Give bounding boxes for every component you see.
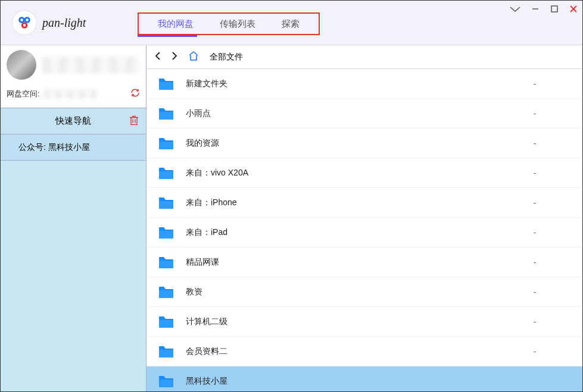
quick-nav-label: 快速导航 <box>55 115 91 127</box>
svg-point-5 <box>23 24 26 27</box>
file-name: 我的资源 <box>186 138 499 149</box>
svg-rect-10 <box>131 117 137 124</box>
file-name: 新建文件夹 <box>186 79 499 89</box>
file-row[interactable]: 来自：vivo X20A- <box>146 158 582 188</box>
file-name: 黑科技小屋 <box>186 376 499 387</box>
app-title: pan-light <box>42 16 86 30</box>
main-area: 网盘空间: 快速导航 公众号: 黑科技小屋 <box>1 45 582 391</box>
file-row[interactable]: 我的资源- <box>146 128 582 158</box>
logo-wrap: pan-light <box>1 11 86 35</box>
tabs-highlight-box: 我的网盘 传输列表 探索 <box>138 12 320 35</box>
close-icon[interactable] <box>569 4 578 15</box>
refresh-icon[interactable] <box>130 88 140 99</box>
svg-rect-7 <box>551 6 557 12</box>
file-list[interactable]: 新建文件夹-小雨点-我的资源-来自：vivo X20A-来自：iPhone-来自… <box>146 69 582 391</box>
disk-space-value-redacted <box>43 89 97 99</box>
file-row[interactable]: 精品网课- <box>146 247 582 277</box>
breadcrumb: 全部文件 <box>146 45 582 69</box>
file-name: 来自：vivo X20A <box>186 168 499 178</box>
sidebar-item-quick-nav[interactable]: 快速导航 <box>1 108 146 134</box>
app-logo-icon <box>13 11 36 35</box>
file-meta: - <box>499 139 570 148</box>
profile-panel: 网盘空间: <box>1 45 146 108</box>
file-row[interactable]: 来自：iPad- <box>146 218 582 247</box>
file-row[interactable]: 教资- <box>146 277 582 307</box>
file-row[interactable]: 计算机二级- <box>146 307 582 337</box>
file-name: 会员资料二 <box>186 346 499 357</box>
file-meta: - <box>499 347 570 356</box>
sidebar-item-subscribe[interactable]: 公众号: 黑科技小屋 <box>1 134 146 161</box>
file-meta: - <box>499 287 570 297</box>
file-row[interactable]: 小雨点- <box>146 99 582 128</box>
tab-underline <box>138 35 197 37</box>
nav-back-icon[interactable] <box>155 52 161 62</box>
disk-space-row: 网盘空间: <box>7 88 140 99</box>
subscribe-label: 公众号: 黑科技小屋 <box>18 142 90 153</box>
file-name: 精品网课 <box>186 257 499 268</box>
minimize-icon[interactable] <box>531 5 540 15</box>
file-meta: - <box>499 79 570 89</box>
file-meta: - <box>499 168 570 178</box>
file-name: 小雨点 <box>186 108 499 119</box>
chevron-down-icon[interactable] <box>510 5 520 14</box>
avatar[interactable] <box>7 50 36 80</box>
maximize-icon[interactable] <box>550 5 559 15</box>
file-row[interactable]: 会员资料二- <box>146 337 582 366</box>
profile-row <box>7 50 140 80</box>
tab-transfer-list[interactable]: 传输列表 <box>207 14 269 34</box>
breadcrumb-current[interactable]: 全部文件 <box>210 52 243 62</box>
nav-forward-icon[interactable] <box>172 52 177 62</box>
file-meta: - <box>499 317 570 327</box>
file-meta: - <box>499 258 570 267</box>
file-name: 来自：iPad <box>186 227 499 238</box>
username-redacted <box>42 57 140 73</box>
file-row[interactable]: 来自：iPhone- <box>146 188 582 218</box>
sidebar: 网盘空间: 快速导航 公众号: 黑科技小屋 <box>1 45 146 391</box>
home-icon[interactable] <box>188 51 199 62</box>
file-name: 教资 <box>186 287 499 297</box>
file-row[interactable]: 黑科技小屋 <box>146 366 582 391</box>
svg-point-3 <box>20 18 23 21</box>
titlebar: pan-light 我的网盘 传输列表 探索 <box>1 1 582 45</box>
file-name: 来自：iPhone <box>186 197 499 208</box>
file-meta: - <box>499 109 570 118</box>
content: 全部文件 新建文件夹-小雨点-我的资源-来自：vivo X20A-来自：iPho… <box>146 45 582 391</box>
trash-icon[interactable] <box>129 115 139 127</box>
svg-point-4 <box>26 18 29 21</box>
tab-explore[interactable]: 探索 <box>269 14 313 34</box>
window-controls <box>510 4 578 15</box>
file-row[interactable]: 新建文件夹- <box>146 69 582 99</box>
disk-space-label: 网盘空间: <box>7 89 40 99</box>
tab-my-disk[interactable]: 我的网盘 <box>145 14 207 34</box>
file-meta: - <box>499 198 570 208</box>
file-meta: - <box>499 228 570 237</box>
file-name: 计算机二级 <box>186 316 499 327</box>
